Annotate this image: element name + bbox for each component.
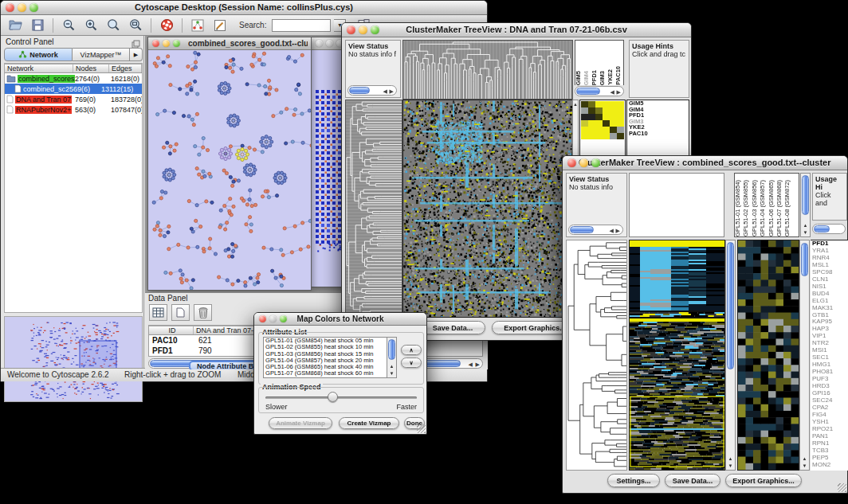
treeview-combined-title: ClusterMaker TreeView : combined_scores_… [579, 158, 831, 167]
annotation-tool-icon[interactable] [210, 17, 230, 33]
network-row-rnapuber[interactable]: RNAPuberNov2+ 563(0) 107847(0) [5, 104, 142, 115]
treeview-dna-titlebar[interactable]: ClusterMaker TreeView : DNA and Tran 07-… [342, 23, 691, 37]
resize-grip[interactable] [838, 483, 846, 492]
new-attribute-icon[interactable] [171, 304, 190, 321]
usage-hints-scrollbar[interactable] [812, 224, 846, 234]
network-row-combined-scores[interactable]: combined_scores 2764(0) 16218(0) [5, 73, 142, 84]
save-data-button[interactable]: Save Data... [420, 321, 485, 334]
column-label[interactable]: GPL51-02 (GSM855) [743, 180, 751, 236]
column-label[interactable]: GPL51-08 (GSM872) [784, 180, 792, 236]
network-row-combined-sco-selected[interactable]: combined_sco 2569(6) 13112(15) [5, 84, 142, 94]
search-input[interactable] [272, 19, 331, 32]
attribute-list-item[interactable]: GPL51-07 (GSM868) heat shock 60 min [264, 370, 396, 377]
heatmap-vscrollbar[interactable]: ▲ ▼ [725, 240, 736, 471]
scroll-right-icon: ▶ [476, 361, 480, 368]
zoom-out-button[interactable] [59, 17, 78, 33]
close-button[interactable] [316, 40, 323, 47]
dialog-titlebar[interactable]: Map Colors to Network [254, 313, 426, 326]
zoom-vscrollbar[interactable]: ▲ ▼ [799, 240, 810, 471]
zoom-button[interactable] [280, 315, 287, 322]
document-icon [6, 105, 14, 114]
animate-vizmap-button[interactable]: Animate Vizmap [269, 417, 332, 429]
animation-speed-slider-track[interactable] [265, 397, 417, 399]
vizmapper-tool-icon[interactable] [188, 17, 207, 33]
attribute-list-vscrollbar[interactable]: ▲ ▼ [387, 337, 397, 378]
view-status-scrollbar[interactable]: ◀ ▶ [347, 85, 397, 96]
zoom-button[interactable] [173, 40, 180, 47]
minimize-button[interactable] [163, 40, 170, 47]
column-labels-vscrollbar[interactable]: ▲ ▼ [800, 173, 811, 237]
network-row-dna-tran[interactable]: DNA and Tran 07 769(0) 183728(0) [5, 94, 142, 104]
minimize-button[interactable] [579, 158, 588, 167]
row-dendrogram[interactable] [345, 100, 402, 318]
scroll-down-icon: ▼ [801, 229, 810, 236]
save-data-button[interactable]: Save Data... [665, 474, 720, 487]
scroll-left-icon: ◀ [610, 227, 614, 234]
help-lifering-icon[interactable] [157, 17, 176, 33]
tab-network[interactable]: Network [4, 48, 73, 61]
column-label[interactable]: PAC10 [615, 66, 623, 85]
column-tree-panel [629, 173, 724, 237]
close-button[interactable] [259, 315, 266, 322]
close-button[interactable] [347, 25, 355, 34]
minimize-button[interactable] [18, 3, 26, 12]
column-labels-scrollbar[interactable]: ◀ ▶ [575, 86, 624, 96]
attribute-table-icon[interactable] [149, 304, 167, 321]
tab-overflow-arrow[interactable]: ▶ [130, 48, 143, 61]
heatmap-canvas[interactable] [629, 240, 725, 471]
zoom-fit-button[interactable] [126, 17, 145, 33]
network-table-header[interactable]: Network Nodes Edges [5, 64, 142, 73]
open-session-button[interactable] [6, 17, 25, 33]
control-panel-tabs: Network VizMapper™ ▶ [4, 48, 143, 61]
status-welcome: Welcome to Cytoscape 2.6.2 [7, 370, 109, 379]
zoom-in-button[interactable] [81, 17, 100, 33]
move-down-button[interactable]: ∨ [401, 357, 422, 368]
view-status-scrollbar[interactable]: ◀ ▶ [568, 225, 623, 235]
folder-icon [6, 75, 16, 83]
zoom-heatmap-canvas[interactable] [737, 240, 799, 471]
network-overview-thumbnail[interactable] [4, 316, 143, 402]
toolbar-separator [182, 18, 183, 33]
gene-label[interactable]: PAC10 [627, 131, 689, 137]
tab-vizmapper[interactable]: VizMapper™ [73, 48, 130, 61]
status-zoom-hint: Right-click + drag to ZOOM [124, 370, 221, 379]
main-titlebar[interactable]: Cytoscape Desktop (Session Name: collins… [1, 1, 487, 15]
minimize-button[interactable] [359, 25, 367, 34]
network-frame-front[interactable]: combined_scores_good.txt--cluste... [147, 37, 312, 291]
move-up-button[interactable]: ∧ [401, 345, 422, 355]
zoom-button[interactable] [371, 25, 379, 34]
row-dendrogram[interactable] [566, 240, 627, 471]
column-label[interactable]: GPL51-06 (GSM865) [768, 180, 776, 236]
network-view-canvas[interactable] [148, 50, 311, 290]
heatmap-canvas[interactable] [402, 100, 573, 318]
resize-grip[interactable] [417, 424, 426, 433]
save-session-button[interactable] [28, 17, 47, 33]
scroll-right-icon: ▶ [617, 88, 621, 96]
network-frame-title: combined_scores_good.txt--cluste... [188, 39, 308, 48]
scroll-down-icon: ▼ [800, 463, 809, 469]
attribute-list: GPL51-01 (GSM854) heat shock 05 minGPL51… [263, 337, 397, 378]
close-button[interactable] [6, 3, 14, 12]
gene-label[interactable]: MON2 [811, 462, 848, 469]
zoom-button[interactable] [29, 3, 38, 12]
animation-speed-slider-thumb[interactable] [328, 392, 338, 402]
minimize-button[interactable] [269, 315, 277, 322]
gene-list-panel: PFD1YRA1RNR4MSL1SPC98CLN1NIS1BUD4ELG1MAK… [811, 240, 848, 471]
column-label[interactable]: GPL51-04 (GSM857) [760, 180, 768, 236]
delete-attribute-trash-icon[interactable] [194, 304, 212, 321]
close-button[interactable] [152, 40, 159, 47]
treeview-combined-titlebar[interactable]: ClusterMaker TreeView : combined_scores_… [563, 156, 847, 170]
minimize-button[interactable] [326, 40, 333, 47]
column-labels-panel: GIM5GIM4PFD1GIM3YKE2PAC10 [575, 40, 624, 85]
map-colors-dialog: Map Colors to Network Attribute List GPL… [253, 312, 427, 435]
zoom-button[interactable] [591, 158, 600, 167]
scroll-left-icon: ◀ [610, 88, 614, 96]
search-label: Search: [239, 21, 266, 29]
column-dendrogram[interactable] [402, 40, 573, 100]
settings-button[interactable]: Settings... [607, 474, 660, 487]
zoom-selected-button[interactable] [104, 17, 123, 33]
desktop: Cytoscape Desktop (Session Name: collins… [0, 0, 848, 504]
close-button[interactable] [567, 158, 576, 167]
export-graphics-button[interactable]: Export Graphics... [725, 474, 802, 487]
create-vizmap-button[interactable]: Create Vizmap [339, 417, 399, 429]
